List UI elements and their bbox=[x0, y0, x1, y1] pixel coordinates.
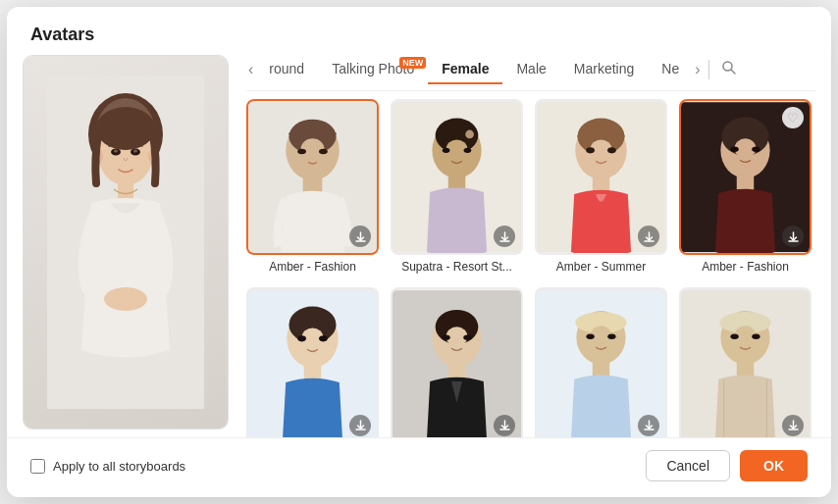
svg-point-21 bbox=[297, 149, 306, 154]
svg-rect-83 bbox=[737, 362, 754, 377]
svg-rect-74 bbox=[593, 362, 609, 377]
svg-point-32 bbox=[465, 130, 474, 139]
search-icon-btn[interactable] bbox=[715, 56, 743, 83]
footer-actions: Cancel OK bbox=[646, 450, 808, 481]
svg-point-76 bbox=[586, 334, 594, 339]
svg-point-13 bbox=[133, 150, 137, 153]
avatar-img-sara-nurse[interactable] bbox=[535, 287, 667, 437]
dialog-footer: Apply to all storyboards Cancel OK bbox=[7, 437, 831, 497]
tabs-bar: ‹ round Talking Photo NEW Female Male Ma… bbox=[246, 55, 815, 91]
tab-male[interactable]: Male bbox=[502, 55, 559, 84]
svg-rect-19 bbox=[303, 177, 323, 192]
avatar-card-amber-summer[interactable]: Amber - Summer bbox=[535, 99, 667, 274]
tab-prev-btn[interactable]: ‹ bbox=[246, 57, 255, 82]
heart-icon[interactable]: ♡ bbox=[782, 107, 804, 128]
tab-female[interactable]: Female bbox=[428, 55, 502, 84]
avatar-img-sophie-blogger[interactable] bbox=[246, 287, 379, 437]
svg-point-50 bbox=[752, 147, 759, 152]
tab-talking-photo[interactable]: Talking Photo NEW bbox=[318, 55, 428, 84]
svg-point-41 bbox=[607, 147, 616, 153]
avatar-label-amber-fashion-1: Amber - Fashion bbox=[246, 260, 379, 274]
dialog-title: Avatars bbox=[7, 7, 831, 55]
cancel-button[interactable]: Cancel bbox=[646, 450, 730, 481]
svg-point-58 bbox=[297, 336, 306, 342]
svg-point-40 bbox=[586, 147, 595, 153]
avatar-img-amber-fashion-1[interactable] bbox=[246, 99, 379, 255]
avatar-label-amber-fashion-2: Amber - Fashion bbox=[679, 260, 812, 274]
svg-rect-65 bbox=[448, 364, 465, 378]
svg-point-31 bbox=[464, 148, 472, 153]
svg-rect-5 bbox=[118, 181, 133, 199]
svg-rect-28 bbox=[448, 175, 465, 189]
avatar-img-amber-fashion-2[interactable]: ♡ bbox=[679, 99, 812, 255]
svg-point-30 bbox=[443, 148, 450, 153]
avatar-card-supatra-resort[interactable]: Supatra - Resort St... bbox=[391, 99, 523, 274]
tab-round[interactable]: round bbox=[255, 55, 318, 84]
svg-rect-38 bbox=[593, 176, 609, 191]
svg-line-15 bbox=[731, 70, 735, 74]
search-icon bbox=[721, 60, 737, 76]
svg-point-49 bbox=[730, 147, 738, 152]
dialog-body: ‹ round Talking Photo NEW Female Male Ma… bbox=[7, 55, 831, 437]
svg-point-67 bbox=[442, 335, 449, 340]
avatar-card-amber-fashion-1[interactable]: Amber - Fashion bbox=[246, 99, 379, 274]
apply-all-section: Apply to all storyboards bbox=[30, 459, 185, 474]
download-icon[interactable] bbox=[494, 415, 515, 436]
svg-rect-47 bbox=[737, 175, 754, 189]
tab-next-btn[interactable]: › bbox=[693, 57, 702, 82]
avatar-img-supatra-resort[interactable] bbox=[391, 99, 523, 255]
avatar-card-sophie-formal[interactable]: Sophie - Formal bbox=[391, 287, 523, 437]
avatars-dialog: Avatars bbox=[7, 7, 831, 497]
svg-point-4 bbox=[96, 107, 155, 150]
avatar-card-sophie-blogger[interactable]: Sophie - Blogger bbox=[246, 287, 379, 437]
svg-point-6 bbox=[104, 287, 147, 311]
svg-point-86 bbox=[752, 334, 759, 339]
svg-point-77 bbox=[607, 334, 615, 339]
avatar-card-sara-traveler[interactable]: Sara - Traveler bbox=[679, 287, 812, 437]
avatar-card-sara-nurse[interactable]: Sara - Nurse bbox=[535, 287, 667, 437]
ok-button[interactable]: OK bbox=[740, 450, 808, 481]
download-icon[interactable] bbox=[782, 415, 804, 436]
preview-panel bbox=[23, 55, 229, 429]
avatar-label-amber-summer: Amber - Summer bbox=[535, 260, 667, 274]
svg-point-68 bbox=[463, 335, 471, 340]
svg-rect-56 bbox=[304, 365, 321, 379]
tab-marketing[interactable]: Marketing bbox=[560, 55, 648, 84]
download-icon[interactable] bbox=[349, 415, 371, 436]
new-badge: NEW bbox=[399, 57, 426, 69]
avatar-label-supatra-resort: Supatra - Resort St... bbox=[391, 260, 523, 274]
download-icon[interactable] bbox=[638, 415, 659, 436]
preview-avatar bbox=[24, 56, 228, 428]
avatar-img-amber-summer[interactable] bbox=[535, 99, 667, 255]
avatar-card-amber-fashion-2[interactable]: ♡Amber - Fashion bbox=[679, 99, 812, 274]
svg-point-22 bbox=[319, 149, 328, 154]
svg-point-12 bbox=[114, 150, 118, 153]
apply-all-label[interactable]: Apply to all storyboards bbox=[53, 459, 185, 474]
svg-point-85 bbox=[730, 334, 738, 339]
apply-all-checkbox[interactable] bbox=[30, 459, 45, 474]
avatars-grid: Amber - Fashion Supatra - Resort St... bbox=[246, 99, 815, 437]
tab-divider bbox=[708, 60, 709, 79]
avatar-img-sophie-formal[interactable] bbox=[391, 287, 523, 437]
tab-new[interactable]: Ne bbox=[648, 55, 693, 84]
svg-point-59 bbox=[319, 336, 328, 342]
right-panel: ‹ round Talking Photo NEW Female Male Ma… bbox=[246, 55, 815, 437]
avatar-img-sara-traveler[interactable] bbox=[679, 287, 812, 437]
avatar-preview-svg bbox=[47, 76, 204, 409]
